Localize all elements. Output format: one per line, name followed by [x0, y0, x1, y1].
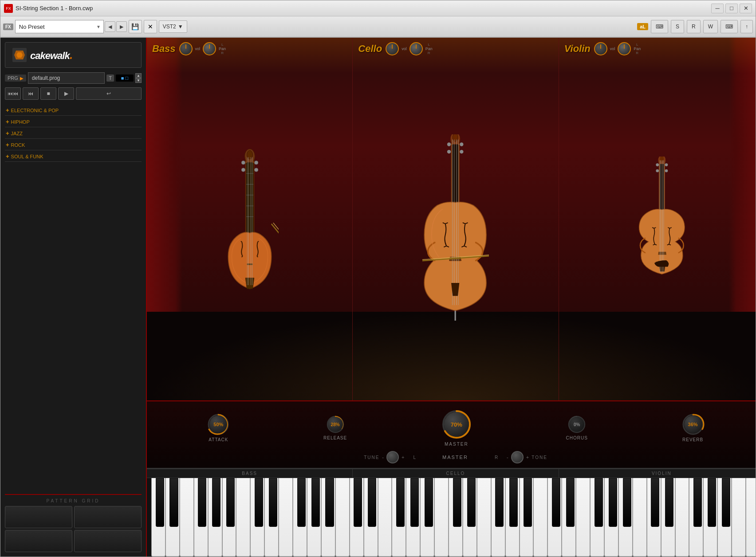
category-soul[interactable]: + SOUL & FUNK [5, 151, 142, 162]
black-key[interactable] [297, 478, 306, 527]
black-key[interactable] [425, 478, 433, 527]
reverb-knob[interactable]: 36% [684, 416, 702, 433]
black-key[interactable] [368, 478, 376, 527]
close-button[interactable]: ✕ [740, 4, 752, 13]
svg-rect-16 [247, 263, 252, 265]
black-key[interactable] [524, 478, 532, 527]
white-key[interactable] [477, 478, 491, 557]
black-key[interactable] [226, 478, 235, 527]
vst-selector[interactable]: VST2 ▼ [159, 20, 187, 33]
bass-name: Bass [152, 43, 176, 55]
stepper-down[interactable]: ▼ [135, 78, 142, 83]
al-button[interactable]: aL [637, 23, 648, 30]
master-knob[interactable]: 70% [444, 412, 469, 437]
black-key[interactable] [311, 478, 320, 527]
minimize-button[interactable]: ─ [711, 4, 724, 13]
category-hiphop[interactable]: + HIPHOP [5, 117, 142, 127]
transport-rewind[interactable]: ⏮⏮ [5, 87, 21, 100]
title-bar: FX SI-String Section 1 - Born.cwp ─ □ ✕ [0, 0, 756, 16]
attack-label: ATTACK [209, 437, 228, 442]
release-value: 28% [331, 422, 340, 427]
black-key[interactable] [665, 478, 673, 527]
black-key[interactable] [708, 478, 716, 527]
black-key[interactable] [609, 478, 617, 527]
r-button[interactable]: R [687, 20, 701, 33]
white-key[interactable] [533, 478, 547, 557]
save-button[interactable]: 💾 [129, 20, 142, 33]
white-key[interactable] [180, 478, 194, 557]
vst-arrow-icon: ▼ [178, 24, 183, 30]
black-key[interactable] [566, 478, 575, 527]
svg-point-5 [247, 150, 252, 159]
category-electronic[interactable]: + ELECTRONIC & POP [5, 105, 142, 116]
black-key[interactable] [467, 478, 476, 527]
chorus-knob[interactable]: 0% [569, 417, 584, 432]
tone-knob[interactable] [511, 451, 524, 463]
stepper-up[interactable]: ▲ [135, 73, 142, 78]
white-key[interactable] [746, 478, 756, 557]
pattern-btn-2[interactable] [74, 506, 142, 528]
white-key[interactable] [434, 478, 449, 557]
black-key[interactable] [509, 478, 518, 527]
bass-pan-knob[interactable] [203, 42, 216, 55]
pattern-grid-section: PATTERN GRID [5, 494, 142, 552]
transport-back[interactable]: ⏮ [23, 87, 39, 100]
cello-vol-knob[interactable] [386, 42, 399, 55]
s-button[interactable]: S [671, 20, 684, 33]
piano-keys[interactable] [151, 478, 756, 557]
black-key[interactable] [169, 478, 178, 527]
white-key[interactable] [378, 478, 392, 557]
black-key[interactable] [269, 478, 277, 527]
w-button[interactable]: W [703, 20, 718, 33]
black-key[interactable] [156, 478, 164, 527]
pattern-btn-3[interactable] [5, 530, 72, 552]
midi-button[interactable]: ⌨ [721, 20, 738, 33]
black-key[interactable] [453, 478, 461, 527]
black-key[interactable] [396, 478, 405, 527]
black-key[interactable] [595, 478, 603, 527]
maximize-button[interactable]: □ [725, 4, 738, 13]
white-key[interactable] [633, 478, 647, 557]
up-button[interactable]: ↑ [740, 20, 753, 33]
preset-next-button[interactable]: ▶ [116, 21, 127, 32]
violin-pan-knob[interactable] [618, 42, 631, 55]
cello-pan-knob[interactable] [410, 42, 423, 55]
black-key[interactable] [623, 478, 631, 527]
chorus-group: 0% CHORUS [566, 415, 588, 440]
category-jazz[interactable]: + JAZZ [5, 128, 142, 139]
program-name[interactable]: default.prog [28, 72, 105, 84]
category-rock[interactable]: + ROCK [5, 140, 142, 150]
pattern-btn-1[interactable] [5, 506, 72, 528]
black-key[interactable] [552, 478, 560, 527]
white-key[interactable] [335, 478, 350, 557]
white-key[interactable] [732, 478, 746, 557]
reverb-label: REVERB [682, 437, 703, 442]
preset-dropdown[interactable]: No Preset [15, 20, 104, 33]
tune-knob[interactable] [386, 451, 399, 463]
transport-loop[interactable]: ↩ [76, 87, 142, 100]
black-key[interactable] [651, 478, 659, 527]
pattern-btn-4[interactable] [74, 530, 142, 552]
violin-vol-knob[interactable] [594, 42, 607, 55]
master-label: MASTER [445, 442, 469, 447]
transport-play[interactable]: ▶ [58, 87, 74, 100]
black-key[interactable] [354, 478, 362, 527]
white-key[interactable] [675, 478, 689, 557]
black-key[interactable] [722, 478, 730, 527]
black-key[interactable] [495, 478, 504, 527]
white-key[interactable] [576, 478, 590, 557]
black-key[interactable] [693, 478, 702, 527]
white-key[interactable] [236, 478, 250, 557]
keyboard-icon-button[interactable]: ⌨ [651, 20, 668, 33]
black-key[interactable] [255, 478, 263, 527]
transport-stop[interactable]: ■ [40, 87, 56, 100]
black-key[interactable] [212, 478, 220, 527]
black-key[interactable] [325, 478, 334, 527]
white-key[interactable] [279, 478, 293, 557]
bass-vol-knob[interactable] [179, 42, 193, 55]
release-knob[interactable]: 28% [328, 417, 343, 432]
preset-prev-button[interactable]: ◀ [105, 21, 115, 32]
black-key[interactable] [410, 478, 419, 527]
black-key[interactable] [198, 478, 206, 527]
delete-preset-button[interactable]: ✕ [144, 20, 157, 33]
